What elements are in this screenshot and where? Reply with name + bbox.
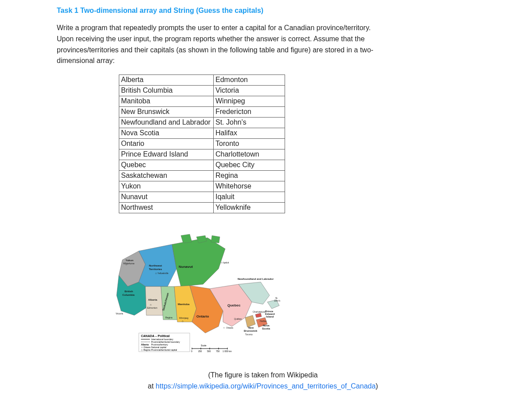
province-cell: Northwest [119,203,214,213]
label-bc2: Columbia [122,294,135,296]
legend-l5k: ◇ Regina [141,349,150,351]
figure-caption: (The figure is taken from Wikipedia at h… [57,370,469,392]
label-ontario: Ontario [196,314,209,318]
label-manitoba: Manitoba [178,303,190,306]
province-cell: British Columbia [119,86,214,96]
province-cell: Newfoundland and Labrador [119,118,214,128]
province-cell: Saskatchewan [119,171,214,181]
task-heading: Task 1 Two-dimensional array and String … [57,7,469,15]
table-row: Prince Edward IslandCharlottetown [119,149,285,160]
label-nt1: Northwest [149,264,162,267]
province-cell: Manitoba [119,96,214,107]
capital-cell: Fredericton [214,107,285,118]
label-yukon: Yukon [125,259,133,262]
province-cell: Quebec [119,160,214,171]
table-row: AlbertaEdmonton [119,75,285,86]
cap-regina: Regina [165,316,172,319]
cap-edmonton: Edmonton [147,306,157,309]
task-prompt: Write a program that repeatedly prompts … [57,23,376,67]
cap-victoria: Victoria [116,312,123,315]
nunavut-shape [172,238,225,286]
capital-cell: Halifax [214,128,285,139]
label-quebec: Quebec [227,303,241,307]
province-cell: Nunavut [119,192,214,203]
capital-cell: Charlottetown [214,149,285,160]
table-row: New BrunswickFredericton [119,107,285,118]
scale-750: 750 [216,350,220,353]
cap-toronto: Toronto [245,333,253,336]
capital-cell: Winnipeg [214,96,285,107]
scale-0: 0 [191,350,192,353]
table-row: QuebecQuebec City [119,160,285,171]
cap-iqaluit: Iqaluit [223,261,229,264]
capital-cell: Iqaluit [214,192,285,203]
table-row: OntarioToronto [119,139,285,149]
caption-line1: (The figure is taken from Wikipedia [208,371,317,379]
caption-pre: at [148,382,156,390]
label-nb1: New [248,326,254,329]
cap-charlottetown: Charlottetown [253,310,266,313]
capital-cell: Yellowknife [214,203,285,213]
capital-cell: Edmonton [214,75,285,86]
scale-1000: 1 000 km [223,350,232,353]
pe-shape [255,313,262,318]
canada-political-map: Yukon Northwest Territories Nunavut Brit… [114,233,283,357]
cap-winnipeg: Winnipeg [179,317,188,319]
cap-quebec: Québec [234,318,242,320]
province-cell: Prince Edward Island [119,149,214,160]
scale-500: 500 [207,350,211,353]
province-cell: Alberta [119,75,214,86]
scale-250: 250 [198,350,202,353]
label-ns2: Scotia [262,327,270,330]
wikipedia-link[interactable]: https://simple.wikipedia.org/wiki/Provin… [156,382,376,390]
legend-title: CANADA – Political [141,334,170,337]
arctic-islands [181,234,220,243]
marker-iqaluit: ◇ [221,261,223,264]
cap-whitehorse: Whitehorse [123,262,135,265]
marker-ottawa: ☆ [223,326,225,329]
label-nt2: Territories [149,268,162,271]
cap-stjohns2: John's [274,299,281,302]
table-row: Newfoundland and LabradorSt. John's [119,118,285,128]
cap-halifax: Halifax [260,320,267,322]
nb-shape [245,315,255,327]
marker-winnipeg: ◇ [182,320,184,322]
caption-post: ) [376,382,378,390]
label-pe3: Island [266,315,274,318]
table-row: SaskatchewanRegina [119,171,285,181]
marker-yellowknife: ◇ [155,272,157,275]
capital-cell: Quebec City [214,160,285,171]
capital-cell: St. John's [214,118,285,128]
label-alberta: Alberta [148,298,157,301]
province-cell: Nova Scotia [119,128,214,139]
cap-ottawa: Ottawa [226,326,233,329]
capital-cell: Whitehorse [214,181,285,192]
province-cell: Yukon [119,181,214,192]
marker-edmonton: ◇ [150,303,152,306]
label-ns1: Nova [263,324,270,327]
table-row: ManitobaWinnipeg [119,96,285,107]
table-row: NunavutIqaluit [119,192,285,203]
label-bc1: British [125,290,133,293]
table-row: YukonWhitehorse [119,181,285,192]
label-nb2: Brunswick [244,329,258,332]
table-row: NorthwestYellowknife [119,203,285,213]
scale-label: Scale [201,344,207,347]
capital-cell: Victoria [214,86,285,96]
province-cell: New Brunswick [119,107,214,118]
province-capital-table: AlbertaEdmontonBritish ColumbiaVictoriaM… [119,75,285,213]
capital-cell: Regina [214,171,285,181]
cap-yellowknife: Yellowknife [157,272,168,275]
province-cell: Ontario [119,139,214,149]
table-row: British ColumbiaVictoria [119,86,285,96]
label-nl: Newfoundland and Labrador [238,278,274,280]
capital-cell: Toronto [214,139,285,149]
table-row: Nova ScotiaHalifax [119,128,285,139]
label-nunavut: Nunavut [179,265,193,269]
legend-l5: Provincial/territorial capital [151,349,177,351]
